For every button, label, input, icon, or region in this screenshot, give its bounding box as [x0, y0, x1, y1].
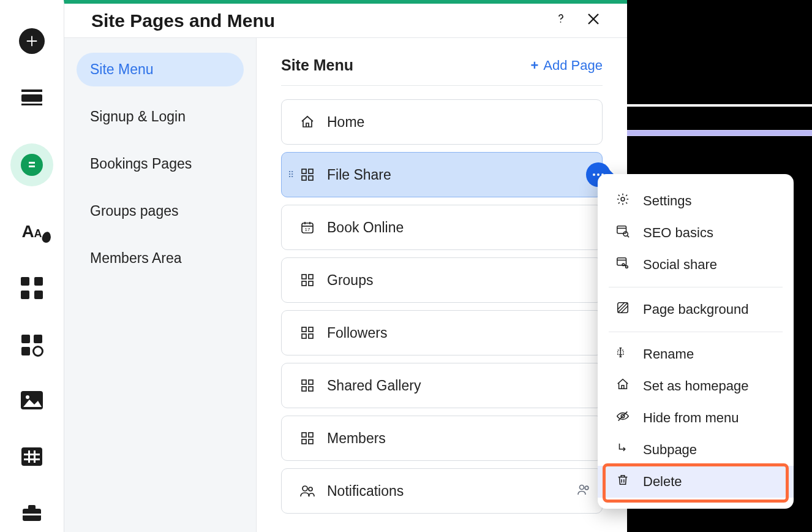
page-row-notifications[interactable]: Notifications [281, 468, 603, 514]
svg-point-13 [560, 21, 562, 23]
svg-rect-34 [309, 387, 313, 391]
add-page-button[interactable]: +Add Page [531, 58, 603, 74]
text-style-button[interactable]: AA [21, 222, 42, 241]
page-label: Home [327, 114, 364, 131]
hide-icon [615, 409, 631, 427]
svg-rect-23 [302, 275, 306, 279]
svg-rect-35 [302, 433, 306, 437]
menu-item-rename[interactable]: Rename [598, 338, 794, 370]
sidebar-item-groups-pages[interactable]: Groups pages [77, 194, 244, 228]
sidebar-item-signup-login[interactable]: Signup & Login [77, 100, 244, 134]
menu-label: Rename [643, 346, 694, 362]
svg-point-43 [621, 197, 625, 201]
svg-rect-32 [309, 380, 313, 384]
menu-item-hide[interactable]: Hide from menu [598, 402, 794, 434]
apps-button[interactable] [21, 277, 43, 299]
page-row-followers[interactable]: Followers [281, 310, 603, 355]
svg-rect-30 [309, 334, 313, 338]
canvas-stripe [627, 104, 812, 107]
subpage-icon [615, 441, 631, 458]
plus-icon [25, 34, 39, 48]
menu-item-page-background[interactable]: Page background [598, 294, 794, 325]
sidebar-item-bookings-pages[interactable]: Bookings Pages [77, 147, 244, 181]
separator [609, 332, 783, 332]
menu-item-delete[interactable]: Delete [598, 466, 794, 498]
page-row-groups[interactable]: Groups [281, 257, 603, 303]
menu-label: SEO basics [643, 225, 713, 241]
svg-rect-8 [28, 450, 30, 463]
svg-rect-37 [302, 439, 306, 444]
svg-rect-28 [309, 327, 313, 332]
gear-icon [615, 192, 631, 210]
doc-icon [27, 159, 37, 171]
svg-point-42 [585, 486, 588, 490]
integrations-button[interactable] [21, 335, 42, 355]
drop-icon [41, 230, 52, 243]
page-row-file-share[interactable]: ⠿ File Share [281, 152, 603, 197]
members-badge-icon [577, 483, 591, 500]
page-label: Members [327, 430, 386, 447]
share-icon [615, 256, 631, 273]
briefcase-button[interactable] [21, 504, 42, 525]
menu-item-seo[interactable]: SEO basics [598, 217, 794, 249]
grid-icon [300, 167, 315, 182]
grid-icon [300, 431, 315, 446]
panel-title: Site Pages and Menu [91, 10, 275, 31]
help-icon[interactable] [554, 11, 568, 30]
page-label: Groups [327, 272, 373, 289]
add-page-label: Add Page [543, 58, 603, 73]
svg-point-40 [309, 487, 312, 491]
layout-icon[interactable] [21, 89, 42, 108]
page-row-home[interactable]: Home [281, 99, 603, 145]
svg-point-19 [597, 173, 600, 176]
menu-label: Social share [643, 257, 717, 273]
rename-icon [615, 346, 631, 363]
menu-label: Settings [643, 193, 692, 209]
page-list: Home ⠿ File Share 17 Book On [281, 99, 603, 514]
svg-point-48 [622, 264, 625, 266]
svg-rect-15 [309, 169, 313, 173]
svg-rect-26 [309, 281, 313, 286]
page-row-members[interactable]: Members [281, 416, 603, 461]
gear-icon [32, 346, 43, 357]
divider [281, 85, 603, 86]
menu-item-set-homepage[interactable]: Set as homepage [598, 370, 794, 402]
add-button[interactable] [19, 28, 45, 54]
svg-rect-0 [21, 89, 42, 92]
svg-rect-16 [302, 176, 306, 180]
page-label: File Share [327, 167, 391, 183]
trash-icon [615, 473, 631, 490]
grid-icon [300, 378, 315, 393]
svg-rect-7 [24, 458, 40, 460]
image-button[interactable] [21, 391, 43, 412]
menu-item-settings[interactable]: Settings [598, 185, 794, 217]
sidebar-item-members-area[interactable]: Members Area [77, 241, 244, 275]
drag-handle-icon[interactable]: ⠿ [288, 173, 295, 177]
grid-icon [300, 325, 315, 340]
context-menu: Settings SEO basics Social share Page ba… [598, 174, 794, 509]
svg-rect-1 [21, 94, 42, 102]
panel-header: Site Pages and Menu [64, 4, 627, 37]
svg-rect-31 [302, 380, 306, 384]
close-icon[interactable] [587, 11, 600, 30]
page-row-shared-gallery[interactable]: Shared Gallery [281, 363, 603, 408]
page-label: Followers [327, 325, 387, 341]
page-label: Notifications [327, 483, 404, 500]
svg-rect-24 [309, 275, 313, 279]
home-icon [615, 378, 631, 395]
sidebar-item-site-menu[interactable]: Site Menu [77, 53, 244, 86]
svg-rect-27 [302, 327, 306, 332]
table-button[interactable] [21, 447, 42, 468]
page-row-book-online[interactable]: 17 Book Online [281, 205, 603, 250]
page-label: Shared Gallery [327, 378, 421, 394]
svg-rect-6 [24, 454, 40, 455]
svg-rect-17 [309, 176, 313, 180]
tool-rail: AA [0, 0, 64, 532]
menu-item-subpage[interactable]: Subpage [598, 434, 794, 466]
menu-item-social[interactable]: Social share [598, 249, 794, 281]
pages-button[interactable] [10, 143, 53, 186]
svg-text:17: 17 [305, 227, 310, 232]
plus-icon: + [531, 58, 539, 73]
svg-rect-5 [21, 447, 42, 466]
svg-point-39 [303, 486, 307, 491]
